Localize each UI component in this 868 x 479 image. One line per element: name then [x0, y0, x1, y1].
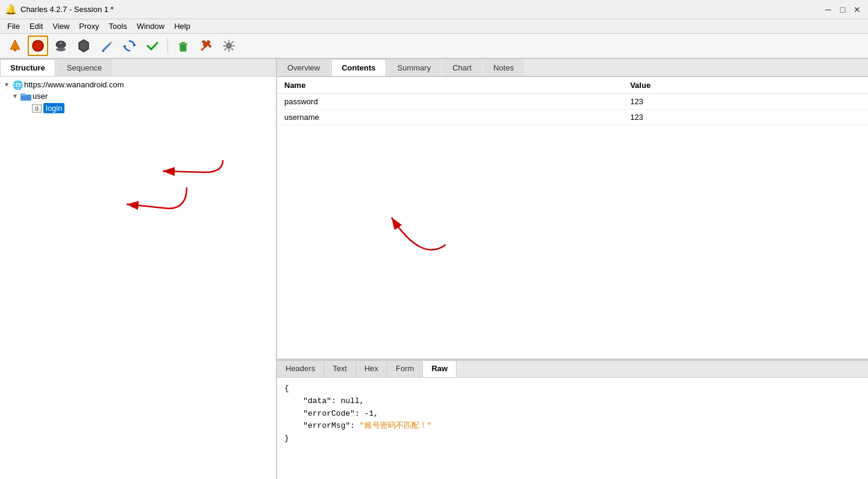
- svg-rect-6: [60, 42, 62, 44]
- throttle-button[interactable]: [51, 36, 71, 56]
- title-bar: 🔔 Charles 4.2.7 - Session 1 * ─ □ ✕: [0, 0, 868, 19]
- login-label: login: [43, 103, 64, 113]
- code-errormsg-value: "账号密码不匹配！": [360, 421, 432, 430]
- code-line-1: {: [284, 383, 861, 395]
- param-value-username: 123: [623, 110, 868, 125]
- menu-window[interactable]: Window: [132, 20, 169, 32]
- login-toggle: ▶: [22, 104, 30, 113]
- tab-form[interactable]: Form: [387, 361, 423, 377]
- svg-marker-0: [10, 40, 20, 49]
- svg-point-2: [33, 40, 43, 51]
- code-line-4: "errorMsg": "账号密码不匹配！": [284, 420, 861, 433]
- user-toggle[interactable]: ▼: [11, 92, 19, 101]
- bottom-tab-bar: Headers Text Hex Form Raw: [277, 360, 868, 378]
- left-tab-bar: Structure Sequence: [0, 59, 276, 77]
- svg-line-24: [232, 49, 233, 50]
- app-icon: 🔔: [5, 4, 17, 15]
- menu-tools[interactable]: Tools: [104, 20, 132, 32]
- svg-point-5: [56, 48, 66, 51]
- svg-rect-12: [179, 43, 187, 45]
- gear-button[interactable]: [219, 36, 239, 56]
- svg-marker-7: [79, 40, 89, 52]
- svg-rect-28: [20, 93, 25, 96]
- svg-point-18: [226, 43, 231, 48]
- param-name-username: username: [277, 110, 623, 125]
- root-url-label: https://www.wanandroid.com: [24, 80, 123, 89]
- check-button[interactable]: [142, 36, 163, 56]
- record-button[interactable]: [28, 36, 48, 56]
- menu-view[interactable]: View: [48, 20, 74, 32]
- globe-icon: 🌐: [12, 81, 23, 89]
- toolbar-separator: [167, 38, 168, 54]
- hex-button[interactable]: [73, 36, 94, 56]
- user-label: user: [33, 92, 48, 101]
- bottom-content: Headers Text Hex Form Raw { "data": null…: [277, 358, 868, 479]
- tab-summary[interactable]: Summary: [387, 59, 442, 76]
- folder-icon: [20, 92, 31, 101]
- param-name-password: password: [277, 94, 623, 110]
- window-controls: ─ □ ✕: [822, 4, 863, 16]
- code-line-5: }: [284, 433, 861, 445]
- code-errorcode-key: "errorCode": -1,: [303, 409, 378, 418]
- app-title: Charles 4.2.7 - Session 1 *: [20, 5, 822, 14]
- tab-structure[interactable]: Structure: [0, 59, 55, 76]
- bell-button[interactable]: [5, 36, 25, 56]
- code-line-2: "data": null,: [284, 395, 861, 408]
- maximize-button[interactable]: □: [837, 4, 849, 16]
- svg-line-23: [225, 42, 226, 43]
- svg-line-26: [225, 49, 226, 50]
- tab-notes[interactable]: Notes: [483, 59, 524, 76]
- tab-headers[interactable]: Headers: [277, 361, 324, 377]
- trash-button[interactable]: [173, 36, 193, 56]
- svg-rect-13: [181, 42, 185, 43]
- toolbar: [0, 34, 868, 59]
- svg-line-25: [232, 42, 233, 43]
- right-top-tabs: Overview Contents Summary Chart Notes: [277, 59, 868, 77]
- param-value-password: 123: [623, 94, 868, 110]
- table-row[interactable]: username 123: [277, 110, 868, 125]
- col-value-header: Value: [623, 77, 868, 94]
- main-layout: Structure Sequence ▼ 🌐 https://www.wanan…: [0, 59, 868, 479]
- contents-table-area: Name Value password 123 username 123: [277, 77, 868, 358]
- tools-settings-button[interactable]: [196, 36, 216, 56]
- menu-help[interactable]: Help: [169, 20, 195, 32]
- col-name-header: Name: [277, 77, 623, 94]
- svg-rect-1: [14, 49, 16, 51]
- code-line-3: "errorCode": -1,: [284, 408, 861, 421]
- minimize-button[interactable]: ─: [822, 4, 834, 16]
- tab-overview[interactable]: Overview: [277, 59, 330, 76]
- tab-contents[interactable]: Contents: [331, 59, 386, 76]
- tab-sequence[interactable]: Sequence: [57, 59, 113, 76]
- tab-raw[interactable]: Raw: [423, 361, 457, 377]
- root-toggle[interactable]: ▼: [2, 81, 11, 89]
- code-area: { "data": null, "errorCode": -1, "errorM…: [277, 378, 868, 479]
- tree-user-node[interactable]: ▼ user: [0, 90, 276, 102]
- code-errormsg-key: "errorMsg":: [303, 421, 360, 430]
- right-panel: Overview Contents Summary Chart Notes Na…: [277, 59, 868, 479]
- params-table: Name Value password 123 username 123: [277, 77, 868, 125]
- menu-file[interactable]: File: [2, 20, 25, 32]
- tab-text[interactable]: Text: [324, 361, 356, 377]
- tree-root-url[interactable]: ▼ 🌐 https://www.wanandroid.com: [0, 79, 276, 90]
- left-panel: Structure Sequence ▼ 🌐 https://www.wanan…: [0, 59, 277, 479]
- menu-edit[interactable]: Edit: [25, 20, 48, 32]
- refresh-button[interactable]: [119, 36, 140, 56]
- code-data-key: "data": null,: [303, 396, 364, 405]
- pen-button[interactable]: [96, 36, 117, 56]
- svg-line-17: [202, 46, 205, 50]
- tree-area: ▼ 🌐 https://www.wanandroid.com ▼ user ▶ …: [0, 77, 276, 479]
- tab-chart[interactable]: Chart: [442, 59, 482, 76]
- close-button[interactable]: ✕: [851, 4, 863, 16]
- json-icon: {}: [31, 104, 42, 113]
- tab-hex[interactable]: Hex: [356, 361, 387, 377]
- menu-proxy[interactable]: Proxy: [74, 20, 104, 32]
- tree-login-node[interactable]: ▶ {} login: [0, 102, 276, 114]
- table-row[interactable]: password 123: [277, 94, 868, 110]
- menu-bar: File Edit View Proxy Tools Window Help: [0, 19, 868, 34]
